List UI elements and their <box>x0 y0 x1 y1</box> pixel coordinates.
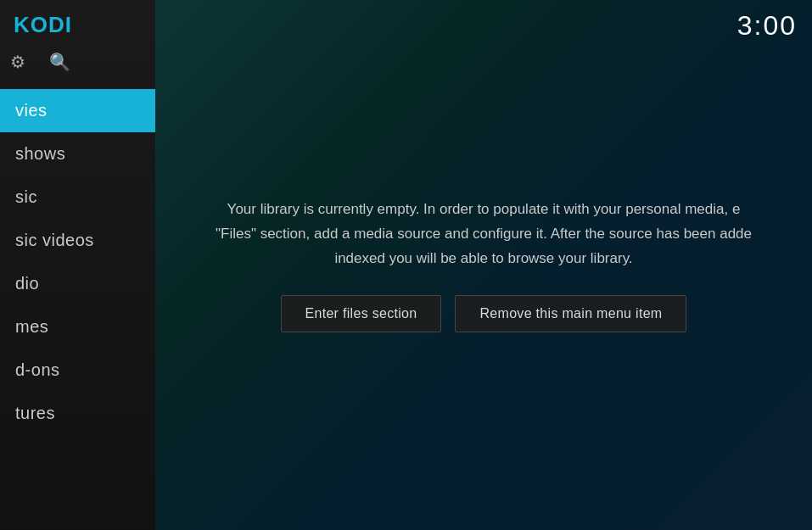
sidebar-item-music[interactable]: sic <box>0 176 155 219</box>
sidebar-nav: vies shows sic sic videos dio mes d-ons … <box>0 89 155 435</box>
sidebar-item-addons[interactable]: d-ons <box>0 349 155 392</box>
sidebar-item-movies[interactable]: vies <box>0 89 155 132</box>
clock-display: 3:00 <box>737 10 797 42</box>
sidebar-item-pictures[interactable]: tures <box>0 392 155 435</box>
search-icon[interactable]: 🔍 <box>49 52 70 72</box>
sidebar-item-radio[interactable]: dio <box>0 262 155 305</box>
kodi-logo: KODI <box>14 12 72 38</box>
library-empty-message: Your library is currently empty. In orde… <box>216 198 752 271</box>
enter-files-button[interactable]: Enter files section <box>281 295 442 332</box>
action-button-row: Enter files section Remove this main men… <box>216 295 752 332</box>
sidebar: KODI ⚙ 🔍 vies shows sic sic videos dio m… <box>0 0 155 530</box>
remove-menu-item-button[interactable]: Remove this main menu item <box>455 295 686 332</box>
main-content: 3:00 Your library is currently empty. In… <box>155 0 812 530</box>
sidebar-header: KODI <box>0 0 155 45</box>
center-panel: Your library is currently empty. In orde… <box>199 181 769 349</box>
settings-icon[interactable]: ⚙ <box>10 52 25 72</box>
sidebar-item-games[interactable]: mes <box>0 305 155 349</box>
sidebar-item-tvshows[interactable]: shows <box>0 132 155 176</box>
sidebar-icon-row: ⚙ 🔍 <box>0 45 155 86</box>
sidebar-item-musicvideos[interactable]: sic videos <box>0 219 155 262</box>
